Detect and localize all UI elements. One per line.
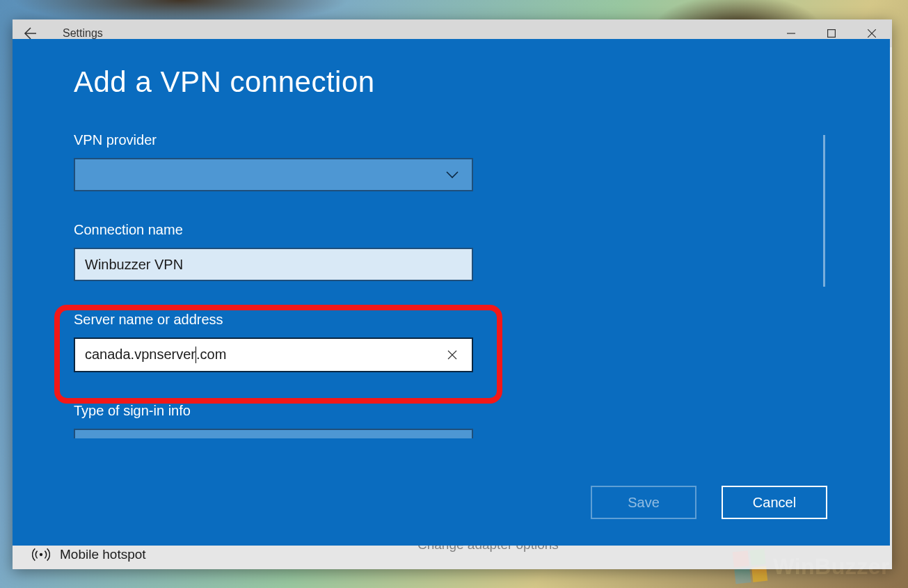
- signin-type-dropdown[interactable]: [74, 429, 473, 438]
- maximize-icon: [827, 29, 836, 38]
- label-server-address: Server name or address: [74, 312, 491, 328]
- minimize-icon: [787, 29, 795, 38]
- sidebar-item-hotspot[interactable]: Mobile hotspot: [32, 546, 146, 564]
- arrow-left-icon: [22, 26, 36, 40]
- watermark-text: WinBuzzer: [773, 554, 890, 580]
- sidebar-item-label: Mobile hotspot: [60, 547, 146, 562]
- hotspot-icon: [32, 546, 50, 564]
- window-title: Settings: [63, 27, 103, 40]
- svg-rect-0: [828, 30, 836, 38]
- winbuzzer-logo-icon: [733, 549, 768, 585]
- chevron-down-icon: [445, 170, 459, 179]
- server-address-value: canada.vpnserver.com: [85, 347, 226, 364]
- x-icon: [447, 350, 457, 360]
- add-vpn-modal: Add a VPN connection VPN provider Connec…: [13, 39, 890, 546]
- connection-name-input[interactable]: Winbuzzer VPN: [74, 248, 473, 281]
- server-address-input[interactable]: canada.vpnserver.com: [74, 337, 473, 372]
- watermark: WinBuzzer: [734, 550, 890, 582]
- cancel-button[interactable]: Cancel: [722, 486, 827, 519]
- vpn-provider-dropdown[interactable]: [74, 158, 473, 191]
- modal-heading: Add a VPN connection: [74, 65, 491, 99]
- scrollbar[interactable]: [823, 135, 825, 287]
- label-connection-name: Connection name: [74, 222, 491, 238]
- modal-body: Add a VPN connection VPN provider Connec…: [74, 65, 491, 438]
- connection-name-value: Winbuzzer VPN: [85, 257, 183, 273]
- modal-footer: Save Cancel: [591, 486, 827, 519]
- save-button[interactable]: Save: [591, 486, 696, 519]
- label-vpn-provider: VPN provider: [74, 132, 491, 148]
- label-signin-type: Type of sign-in info: [74, 403, 491, 419]
- clear-input-button[interactable]: [443, 345, 462, 365]
- desktop-wallpaper: Settings Mobile hotspot Change adapter o…: [0, 0, 908, 588]
- svg-point-1: [40, 553, 42, 556]
- close-icon: [868, 29, 876, 38]
